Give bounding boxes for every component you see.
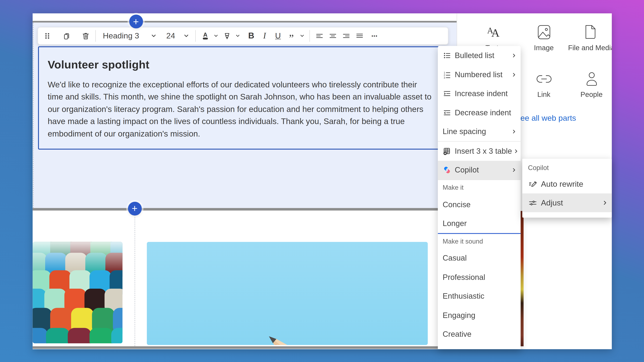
- chairs-image-webpart[interactable]: [33, 242, 122, 343]
- font-size-dropdown[interactable]: 24: [163, 29, 192, 42]
- submenu-header-copilot: Copilot: [522, 161, 612, 175]
- bold-button[interactable]: B: [244, 29, 258, 42]
- text-format-toolbar: Heading 3 24 A B I U ”: [38, 27, 448, 45]
- font-color-button[interactable]: A: [198, 29, 212, 42]
- menu-item-enthusiastic[interactable]: Enthusiastic: [438, 287, 520, 306]
- plus-icon: +: [132, 203, 138, 214]
- submenu-item-auto-rewrite[interactable]: Auto rewrite: [522, 175, 612, 193]
- chevron-right-icon: [602, 200, 608, 205]
- plus-icon: +: [133, 16, 139, 27]
- menu-item-bulleted-list[interactable]: Bulleted list: [438, 46, 520, 65]
- chevron-right-icon: [511, 168, 516, 173]
- svg-text:A: A: [491, 27, 499, 39]
- adjust-sliders-icon: [528, 198, 538, 207]
- pencil-image-webpart[interactable]: [147, 242, 428, 345]
- section-divider-bar-middle: [32, 208, 456, 210]
- text-webpart-icon: A A: [484, 24, 500, 40]
- insert-table-icon: [442, 147, 451, 155]
- image-webpart-icon: [536, 24, 552, 40]
- chevron-right-icon: [511, 129, 516, 134]
- menu-item-longer[interactable]: Longer: [438, 214, 520, 233]
- menu-item-casual[interactable]: Casual: [438, 249, 520, 268]
- highlight-color-chevron[interactable]: [234, 29, 242, 42]
- chairs-image: [33, 242, 122, 343]
- menu-item-professional[interactable]: Professional: [438, 268, 520, 287]
- text-webpart-selected[interactable]: Volunteer spotlight We'd like to recogni…: [38, 46, 450, 149]
- menu-header-make-it: Make it: [438, 180, 520, 195]
- webpart-tile-people[interactable]: People: [568, 71, 615, 99]
- copilot-submenu: Copilot Auto rewrite Adjust: [522, 159, 612, 218]
- italic-icon: I: [263, 31, 266, 40]
- file-media-webpart-icon: [582, 24, 598, 40]
- more-text-styles-chevron[interactable]: [298, 29, 306, 42]
- underline-button[interactable]: U: [271, 29, 284, 42]
- people-webpart-icon: [583, 71, 600, 87]
- webpart-tile-link[interactable]: Link: [520, 71, 568, 99]
- menu-item-insert-table[interactable]: Insert 3 x 3 table: [438, 142, 520, 161]
- text-style-value: Heading 3: [103, 31, 139, 40]
- numbered-list-icon: 123: [442, 71, 451, 79]
- add-section-button-top[interactable]: +: [129, 14, 143, 28]
- webpart-tile-label: Image: [520, 44, 568, 52]
- font-size-value: 24: [166, 31, 175, 40]
- decrease-indent-icon: [442, 108, 451, 117]
- menu-item-line-spacing[interactable]: Line spacing: [438, 122, 520, 141]
- chevron-right-icon: [511, 72, 516, 77]
- align-left-button[interactable]: [313, 29, 326, 42]
- text-context-menu: Bulleted list 123 Numbered list Increase…: [438, 46, 520, 349]
- svg-text:3: 3: [444, 76, 445, 79]
- webpart-tile-label: Link: [520, 91, 568, 99]
- link-webpart-icon: [535, 71, 553, 87]
- toolbar-divider: [96, 30, 96, 42]
- menu-item-engaging[interactable]: Engaging: [438, 306, 520, 325]
- webpart-heading[interactable]: Volunteer spotlight: [48, 58, 449, 71]
- chevron-down-icon: [151, 33, 156, 38]
- more-options-button[interactable]: •••: [368, 29, 381, 42]
- pencil-sky-image: [147, 242, 428, 345]
- webpart-tile-label: People: [568, 91, 615, 99]
- drag-handle-icon[interactable]: [40, 29, 54, 42]
- increase-indent-icon: [442, 89, 451, 98]
- svg-text:A: A: [203, 31, 207, 38]
- section-divider-bar-top: [32, 21, 456, 22]
- delete-icon[interactable]: [79, 29, 92, 42]
- menu-item-concise[interactable]: Concise: [438, 195, 520, 214]
- webpart-tile-image[interactable]: Image: [520, 24, 568, 52]
- ellipsis-icon: •••: [372, 33, 378, 38]
- menu-header-make-it-sound: Make it sound: [438, 234, 520, 249]
- italic-button[interactable]: I: [258, 29, 271, 42]
- webpart-tile-file-media[interactable]: File and Media: [568, 24, 612, 52]
- chevron-down-icon: [300, 33, 304, 38]
- auto-rewrite-icon: [528, 179, 538, 188]
- toolbar-divider: [309, 30, 310, 42]
- align-right-button[interactable]: [340, 29, 353, 42]
- justify-button[interactable]: [353, 29, 366, 42]
- quote-icon: ”: [289, 31, 294, 40]
- chevron-down-icon: [214, 33, 218, 38]
- section-divider-bar-bottom: [32, 346, 456, 349]
- chevron-right-icon: [511, 53, 516, 58]
- highlight-color-button[interactable]: [220, 29, 234, 42]
- webpart-tile-label: File and Media: [568, 44, 612, 52]
- quote-button[interactable]: ”: [285, 29, 298, 42]
- menu-item-decrease-indent[interactable]: Decrease indent: [438, 103, 520, 122]
- bulleted-list-icon: [442, 51, 451, 60]
- align-center-button[interactable]: [326, 29, 340, 42]
- duplicate-icon[interactable]: [60, 29, 73, 42]
- underline-icon: U: [275, 31, 281, 40]
- chevron-right-icon: [514, 149, 519, 154]
- text-style-dropdown[interactable]: Heading 3: [99, 29, 160, 42]
- menu-item-numbered-list[interactable]: 123 Numbered list: [438, 65, 520, 84]
- column-divider-dashed: [135, 211, 135, 346]
- toolbar-divider: [195, 30, 196, 42]
- see-all-web-parts-link[interactable]: ee all web parts: [520, 114, 576, 123]
- menu-item-increase-indent[interactable]: Increase indent: [438, 84, 520, 103]
- add-section-button-middle[interactable]: +: [128, 202, 142, 215]
- menu-item-copilot[interactable]: Copilot: [438, 161, 520, 180]
- menu-item-creative[interactable]: Creative: [438, 325, 520, 344]
- bold-icon: B: [248, 31, 254, 40]
- font-color-chevron[interactable]: [212, 29, 220, 42]
- chevron-down-icon: [184, 33, 189, 38]
- webpart-paragraph[interactable]: We'd like to recognize the exceptional e…: [48, 78, 432, 140]
- submenu-item-adjust[interactable]: Adjust: [522, 193, 612, 212]
